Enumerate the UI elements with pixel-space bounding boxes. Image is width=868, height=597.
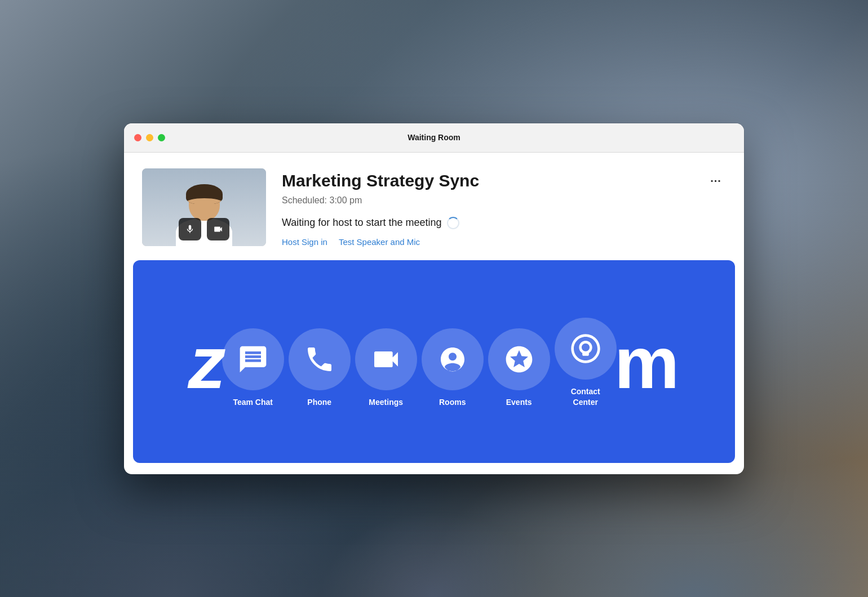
events-icon bbox=[503, 344, 535, 375]
scheduled-label: Scheduled: bbox=[282, 195, 330, 205]
team-chat-circle bbox=[222, 328, 284, 390]
window-title: Waiting Room bbox=[408, 133, 460, 142]
feature-events: Events bbox=[488, 328, 550, 407]
waiting-message-row: Waiting for host to start the meeting bbox=[282, 217, 726, 229]
meeting-info: Marketing Strategy Sync Scheduled: 3:00 … bbox=[282, 168, 726, 247]
microphone-button[interactable] bbox=[179, 218, 201, 240]
titlebar: Waiting Room bbox=[124, 123, 744, 153]
video-preview bbox=[142, 168, 266, 246]
window-controls bbox=[134, 134, 165, 141]
team-chat-label: Team Chat bbox=[233, 397, 273, 407]
meetings-circle bbox=[355, 328, 417, 390]
phone-label: Phone bbox=[307, 397, 331, 407]
action-links: Host Sign in Test Speaker and Mic bbox=[282, 237, 726, 247]
zoom-logo-features: z Team Chat bbox=[189, 318, 680, 407]
rooms-label: Rooms bbox=[439, 397, 466, 407]
rooms-circle bbox=[422, 328, 484, 390]
rooms-icon bbox=[437, 344, 468, 375]
more-options-button[interactable]: ... bbox=[706, 168, 726, 189]
person-head bbox=[189, 187, 220, 221]
loading-spinner bbox=[447, 217, 459, 229]
meeting-schedule: Scheduled: 3:00 pm bbox=[282, 195, 726, 206]
phone-circle bbox=[289, 328, 351, 390]
zoom-letter-om: m bbox=[614, 326, 680, 399]
host-signin-link[interactable]: Host Sign in bbox=[282, 237, 327, 247]
meeting-title: Marketing Strategy Sync bbox=[282, 171, 726, 191]
camera-icon bbox=[213, 224, 223, 234]
meetings-icon bbox=[370, 344, 402, 375]
app-window: Waiting Room bbox=[124, 123, 744, 474]
contact-center-label: ContactCenter bbox=[571, 386, 600, 407]
zoom-banner: z Team Chat bbox=[133, 260, 735, 463]
minimize-button[interactable] bbox=[146, 134, 153, 141]
events-circle bbox=[488, 328, 550, 390]
feature-items: Team Chat Phone bbox=[220, 318, 619, 407]
feature-rooms: Rooms bbox=[422, 328, 484, 407]
microphone-icon bbox=[185, 224, 195, 234]
close-button[interactable] bbox=[134, 134, 141, 141]
meetings-label: Meetings bbox=[369, 397, 403, 407]
scheduled-time: 3:00 pm bbox=[330, 195, 362, 205]
events-label: Events bbox=[506, 397, 532, 407]
waiting-message: Waiting for host to start the meeting bbox=[282, 217, 441, 229]
contact-center-circle bbox=[555, 318, 617, 380]
camera-button[interactable] bbox=[207, 218, 229, 240]
team-chat-icon bbox=[237, 344, 269, 375]
feature-contact-center: ContactCenter bbox=[555, 318, 617, 407]
person-hair bbox=[186, 184, 223, 204]
maximize-button[interactable] bbox=[158, 134, 165, 141]
feature-meetings: Meetings bbox=[355, 328, 417, 407]
contact-center-icon bbox=[570, 333, 601, 364]
phone-icon bbox=[304, 344, 335, 375]
meeting-section: Marketing Strategy Sync Scheduled: 3:00 … bbox=[124, 153, 744, 260]
video-controls bbox=[179, 218, 229, 240]
feature-team-chat: Team Chat bbox=[222, 328, 284, 407]
test-speaker-link[interactable]: Test Speaker and Mic bbox=[339, 237, 420, 247]
feature-phone: Phone bbox=[289, 328, 351, 407]
